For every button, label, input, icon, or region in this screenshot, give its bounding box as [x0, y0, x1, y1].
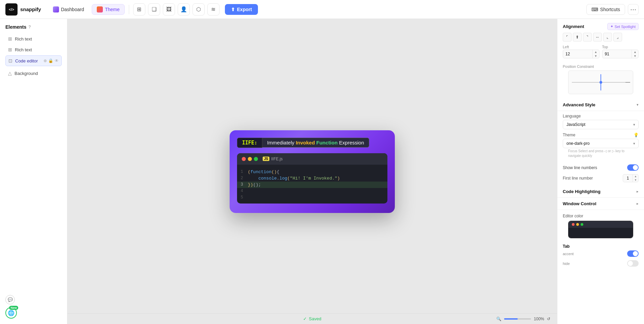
show-line-numbers-label: Show line numbers — [563, 165, 597, 170]
left-up-arrow[interactable]: ▲ — [593, 50, 599, 54]
toolbar-layout-btn[interactable]: ⊞ — [133, 3, 145, 16]
dashboard-icon — [53, 6, 59, 12]
editor-color-section: Editor color — [557, 210, 644, 242]
first-line-input-wrap: 1 ▲ ▼ — [623, 174, 639, 182]
alignment-icons: ⌜ ⬆ ⌝ ↔ ⌞ ⌟ — [557, 33, 644, 45]
code-highlighting-section[interactable]: Code Highlighting ▸ — [557, 186, 644, 198]
alignment-title: Alignment — [563, 24, 584, 29]
code-highlighting-chevron: ▸ — [637, 189, 639, 194]
align-middle-btn[interactable]: ↔ — [593, 33, 602, 42]
theme-row: Theme 💡 — [563, 133, 639, 137]
sidebar-richtext-1-label: Rich text — [15, 36, 32, 42]
tab-accent-label: accent — [563, 252, 574, 256]
sidebar-item-background[interactable]: △ Background — [5, 68, 62, 78]
align-top-right-btn[interactable]: ⌝ — [583, 33, 592, 42]
code-card[interactable]: IIFE: Immediately Invoked Function Expre… — [230, 130, 395, 213]
zoom-slider[interactable] — [504, 318, 531, 320]
first-line-value[interactable]: 1 — [623, 175, 633, 182]
chat-button[interactable]: 💬 — [5, 295, 15, 304]
shortcuts-button[interactable]: ⌨ Shortcuts — [586, 4, 625, 15]
first-line-up[interactable]: ▲ — [633, 174, 638, 178]
more-menu-button[interactable]: ⋯ — [628, 4, 639, 15]
alignment-section: Alignment ✦ Set Spotlight — [557, 19, 644, 33]
saved-indicator: ✓ Saved — [303, 316, 321, 321]
top-value[interactable]: 91 — [603, 50, 632, 58]
top-down-arrow[interactable]: ▼ — [632, 54, 638, 58]
line-num-5: 5 — [237, 195, 248, 200]
theme-select[interactable]: one-dark-pro github-dark monokai dracula — [563, 139, 639, 148]
ecp-body — [568, 228, 633, 238]
set-spotlight-button[interactable]: ✦ Set Spotlight — [607, 23, 639, 30]
saved-label: Saved — [309, 316, 321, 321]
new-badge: New — [9, 306, 18, 310]
align-top-center-btn[interactable]: ⬆ — [573, 33, 582, 42]
theme-label: Theme — [563, 133, 575, 137]
dot-red — [242, 157, 246, 161]
line-num-3: 3 — [237, 182, 248, 187]
canvas[interactable]: IIFE: Immediately Invoked Function Expre… — [67, 19, 557, 324]
richtext-icon-2: ⊞ — [8, 47, 12, 52]
left-sidebar: Elements ? ⊞ Rich text ⊞ Rich text ⊡ Cod… — [0, 19, 67, 324]
position-constraint-label: Position Constraint — [563, 64, 594, 69]
sidebar-item-richtext-2[interactable]: ⊞ Rich text — [5, 45, 62, 55]
zoom-reset-icon[interactable]: ↺ — [547, 317, 550, 321]
elements-help-icon: ? — [28, 25, 31, 29]
left-down-arrow[interactable]: ▼ — [593, 54, 599, 58]
toolbar-shapes-btn[interactable]: ⬡ — [193, 3, 205, 16]
toolbar-user-btn[interactable]: 👤 — [178, 3, 190, 16]
toolbar-image-btn[interactable]: 🖼 — [163, 3, 175, 16]
sidebar-background-label: Background — [14, 71, 38, 76]
app-name: snappify — [20, 6, 41, 12]
shortcuts-label: Shortcuts — [600, 7, 620, 12]
align-bottom-left-btn[interactable]: ⌞ — [603, 33, 612, 42]
chat-btn-wrap: 💬 — [5, 295, 17, 304]
ecp-dot-red — [572, 223, 575, 226]
top-field: Top 91 ▲ ▼ — [602, 45, 639, 58]
code-window-titlebar: JS IIFE.js — [237, 153, 387, 165]
code-editor-eye-icon[interactable]: 👁 — [55, 58, 59, 63]
tab-accent-toggle[interactable] — [627, 250, 639, 257]
first-line-down[interactable]: ▼ — [633, 178, 638, 182]
editor-color-preview[interactable] — [568, 221, 633, 238]
tab-section: Tab — [557, 242, 644, 250]
code-editor-actions: ⊕ 🔒 👁 — [43, 58, 59, 63]
align-top-left-btn[interactable]: ⌜ — [563, 33, 572, 42]
advanced-style-section[interactable]: Advanced Style ▾ — [557, 99, 644, 111]
code-text-3: })(); — [248, 182, 261, 187]
theme-dropdown-wrap: one-dark-pro github-dark monokai dracula — [563, 139, 639, 148]
constraint-box — [568, 71, 633, 94]
left-value[interactable]: 12 — [563, 50, 592, 58]
line-num-2: 2 — [237, 176, 248, 181]
advanced-style-title: Advanced Style — [563, 102, 595, 107]
toolbar-settings-btn[interactable]: ≋ — [207, 3, 219, 16]
advanced-style-chevron: ▾ — [637, 103, 639, 107]
ecp-bar — [568, 221, 633, 228]
code-window: JS IIFE.js 1 (function(){ 2 console.log(… — [237, 153, 387, 204]
theme-nav-btn[interactable]: Theme — [92, 4, 125, 15]
top-input-wrap: 91 ▲ ▼ — [602, 50, 639, 58]
export-button[interactable]: ⬆ Export — [225, 4, 258, 15]
background-icon: △ — [8, 71, 12, 76]
sidebar-item-code-editor[interactable]: ⊡ Code editor ⊕ 🔒 👁 — [5, 55, 62, 66]
top-up-arrow[interactable]: ▲ — [632, 50, 638, 54]
window-control-section[interactable]: Window Control ▸ — [557, 198, 644, 210]
export-icon: ⬆ — [231, 7, 235, 12]
code-text-5 — [248, 195, 251, 200]
align-bottom-right-btn[interactable]: ⌟ — [613, 33, 622, 42]
tab-hide-toggle[interactable] — [627, 260, 639, 267]
elements-title: Elements — [5, 24, 26, 30]
toolbar-component-btn[interactable]: ❑ — [148, 3, 160, 16]
code-editor-expand-icon[interactable]: ⊕ — [43, 58, 47, 63]
code-line-4: 4 — [237, 188, 387, 194]
theme-icon — [97, 6, 103, 12]
show-line-numbers-toggle[interactable] — [627, 164, 639, 171]
topbar: </> snappify Dashboard Theme ⊞ ❑ 🖼 👤 ⬡ ≋… — [0, 0, 644, 19]
sidebar-code-editor-label: Code editor — [15, 58, 38, 63]
ecp-dot-green — [581, 223, 583, 226]
language-select[interactable]: JavaScript TypeScript Python CSS HTML — [563, 120, 639, 129]
position-fields: Left 12 ▲ ▼ Top 91 ▲ ▼ — [557, 45, 644, 62]
dashboard-nav-btn[interactable]: Dashboard — [48, 4, 89, 15]
code-editor-lock-icon[interactable]: 🔒 — [48, 58, 53, 63]
sidebar-item-richtext-1[interactable]: ⊞ Rich text — [5, 34, 62, 44]
card-title-row: IIFE: Immediately Invoked Function Expre… — [237, 138, 387, 148]
